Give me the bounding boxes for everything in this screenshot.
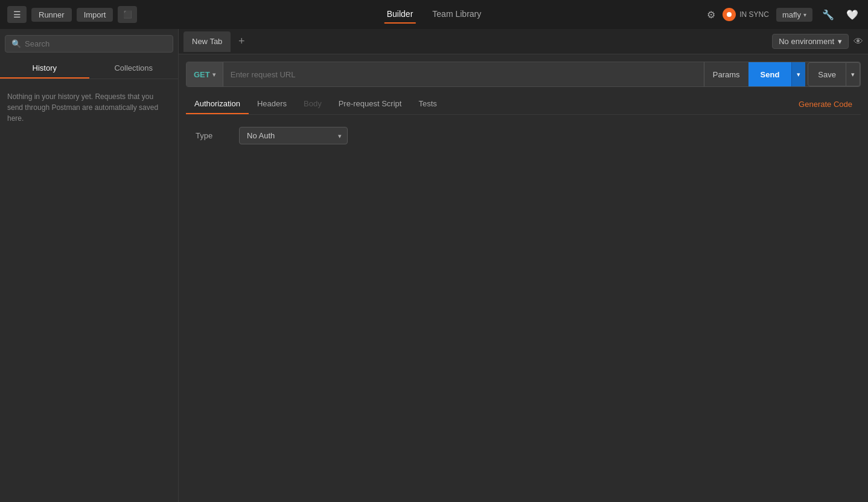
send-group: Send ▾ bbox=[748, 62, 806, 86]
tab-authorization[interactable]: Authorization bbox=[186, 94, 249, 114]
runner-button[interactable]: Runner bbox=[31, 8, 72, 22]
sync-indicator: IN SYNC bbox=[723, 8, 769, 21]
env-chevron-icon: ▾ bbox=[838, 37, 842, 46]
sidebar-tab-collections[interactable]: Collections bbox=[89, 59, 179, 79]
main-area: 🔍 History Collections Nothing in your hi… bbox=[0, 29, 868, 502]
top-header: ☰ Runner Import ⬛ Builder Team Library ⚙… bbox=[0, 0, 868, 29]
auth-type-select-wrapper: No Auth Bearer Token Basic Auth OAuth 2.… bbox=[239, 127, 348, 144]
new-tab-button[interactable]: New Tab bbox=[183, 31, 231, 52]
sync-circle bbox=[723, 8, 736, 21]
save-dropdown-button[interactable]: ▾ bbox=[846, 62, 860, 86]
builder-tab[interactable]: Builder bbox=[385, 5, 416, 24]
content-area: New Tab + No environment ▾ 👁 GET ▾ bbox=[179, 29, 868, 502]
search-input[interactable] bbox=[25, 39, 167, 48]
eye-button[interactable]: 👁 bbox=[854, 36, 863, 47]
header-center: Builder Team Library bbox=[385, 5, 484, 24]
generate-code-button[interactable]: Generate Code bbox=[790, 95, 861, 114]
request-tabs: Authorization Headers Body Pre-request S… bbox=[186, 94, 861, 115]
user-menu-button[interactable]: mafly ▾ bbox=[776, 8, 812, 22]
tab-tests[interactable]: Tests bbox=[410, 94, 445, 114]
tab-pre-request-script[interactable]: Pre-request Script bbox=[330, 94, 410, 114]
auth-panel: Type No Auth Bearer Token Basic Auth OAu… bbox=[186, 115, 861, 156]
params-button[interactable]: Params bbox=[704, 62, 748, 86]
team-library-tab[interactable]: Team Library bbox=[430, 5, 483, 24]
url-input[interactable] bbox=[223, 70, 704, 79]
satellite-icon: ⚙ bbox=[707, 9, 715, 21]
request-bar: GET ▾ Params Send ▾ Save bbox=[186, 62, 861, 87]
search-icon: 🔍 bbox=[11, 39, 21, 48]
send-chevron-icon: ▾ bbox=[797, 71, 800, 78]
save-group: Save ▾ bbox=[808, 62, 860, 86]
save-button[interactable]: Save bbox=[808, 62, 846, 86]
tab-headers[interactable]: Headers bbox=[249, 94, 295, 114]
header-right: ⚙ IN SYNC mafly ▾ 🔧 🤍 bbox=[707, 7, 861, 23]
auth-type-label: Type bbox=[196, 131, 232, 140]
search-box: 🔍 bbox=[5, 35, 173, 53]
send-button[interactable]: Send bbox=[748, 62, 792, 86]
add-tab-button[interactable]: + bbox=[233, 33, 250, 50]
sidebar-tab-history[interactable]: History bbox=[0, 59, 89, 79]
header-left: ☰ Runner Import ⬛ bbox=[7, 6, 137, 23]
tab-body: Body bbox=[295, 94, 330, 114]
sidebar-toggle-icon: ☰ bbox=[13, 10, 21, 19]
sidebar-empty-message: Nothing in your history yet. Requests th… bbox=[0, 79, 178, 136]
sidebar: 🔍 History Collections Nothing in your hi… bbox=[0, 29, 179, 502]
request-area: GET ▾ Params Send ▾ Save bbox=[179, 54, 868, 502]
heart-button[interactable]: 🤍 bbox=[844, 7, 861, 23]
auth-type-select[interactable]: No Auth Bearer Token Basic Auth OAuth 2.… bbox=[239, 127, 348, 144]
sidebar-tabs: History Collections bbox=[0, 59, 178, 79]
user-chevron-icon: ▾ bbox=[803, 11, 806, 18]
method-chevron-icon: ▾ bbox=[212, 71, 215, 78]
env-selector: No environment ▾ 👁 bbox=[772, 34, 863, 49]
new-tab-icon-button[interactable]: ⬛ bbox=[118, 6, 137, 23]
sidebar-toggle-button[interactable]: ☰ bbox=[7, 6, 27, 23]
env-dropdown[interactable]: No environment ▾ bbox=[772, 34, 849, 49]
tabs-bar: New Tab + No environment ▾ 👁 bbox=[179, 29, 868, 54]
wrench-button[interactable]: 🔧 bbox=[820, 7, 837, 23]
save-chevron-icon: ▾ bbox=[851, 71, 855, 78]
method-selector[interactable]: GET ▾ bbox=[187, 62, 223, 86]
send-dropdown-button[interactable]: ▾ bbox=[791, 62, 805, 86]
sync-circle-inner bbox=[727, 12, 732, 17]
import-button[interactable]: Import bbox=[77, 8, 113, 22]
